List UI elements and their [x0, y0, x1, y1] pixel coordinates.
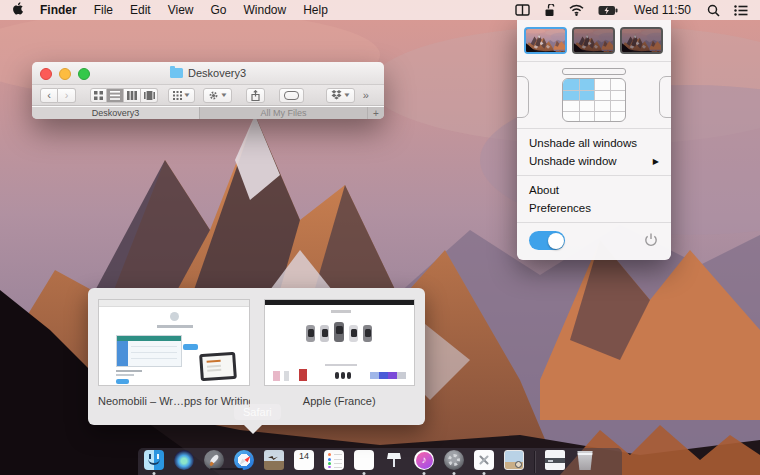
minimize-button[interactable]	[59, 68, 71, 80]
view-mode-segmented-control	[90, 88, 158, 103]
close-button[interactable]	[40, 68, 52, 80]
dock-item-photo-viewer[interactable]	[264, 450, 284, 475]
dock-item-tools[interactable]	[474, 450, 494, 475]
menu-item-window[interactable]: Window	[244, 3, 287, 17]
finder-toolbar: ‹ › ▼ ▼ ▼ »	[32, 85, 384, 106]
shade-layout-option[interactable]	[562, 68, 626, 122]
layout-previous-peek[interactable]	[517, 76, 529, 118]
apple-navbar-thumb	[265, 300, 415, 305]
spotlight-search-icon[interactable]	[707, 4, 720, 17]
reminders-icon	[324, 450, 344, 470]
menu-item-file[interactable]: File	[94, 3, 113, 17]
system-preferences-icon	[444, 450, 464, 470]
toolbar-overflow-button[interactable]: »	[363, 89, 368, 101]
dock-item-finder[interactable]	[144, 450, 164, 475]
space-thumbnail-1[interactable]	[524, 27, 567, 54]
safari-icon	[234, 450, 254, 470]
menu-item-unshade-all[interactable]: Unshade all windows	[517, 134, 671, 152]
launchpad-icon	[204, 450, 224, 470]
trash-icon	[575, 450, 595, 470]
photo-viewer-icon	[264, 450, 284, 470]
photos-icon	[354, 450, 374, 470]
quit-power-icon[interactable]	[643, 232, 659, 250]
back-button[interactable]: ‹	[40, 88, 58, 103]
calendar-icon: 14	[294, 450, 314, 470]
tablet-image-thumb	[199, 352, 237, 381]
tags-button[interactable]	[279, 88, 304, 103]
coverflow-view-button[interactable]	[141, 88, 158, 103]
dock-item-siri[interactable]	[174, 450, 194, 475]
dock-item-calendar[interactable]: 14	[294, 450, 314, 475]
tab-all-my-files[interactable]: All My Files	[200, 107, 368, 119]
menu-item-unshade-window[interactable]: Unshade window ▶	[517, 152, 671, 170]
dock-item-system-preferences[interactable]	[444, 450, 464, 475]
shade-bar-icon	[562, 68, 626, 75]
folder-icon	[170, 68, 183, 78]
share-button[interactable]	[246, 88, 265, 103]
apple-logo-icon	[12, 1, 25, 16]
dock-item-itunes[interactable]: ♪	[414, 450, 434, 475]
space-thumbnail-2[interactable]	[572, 27, 615, 54]
menu-item-view[interactable]: View	[168, 3, 194, 17]
dock-item-reminders[interactable]	[324, 450, 344, 475]
wifi-icon[interactable]	[569, 4, 584, 16]
tab-bar: Deskovery3 All My Files +	[32, 106, 384, 119]
list-view-button[interactable]	[107, 88, 124, 103]
popup-pointer-arrow	[244, 425, 262, 434]
menu-bar-clock[interactable]: Wed 11:50	[634, 3, 691, 17]
dock-item-trash[interactable]	[575, 450, 595, 475]
dock-separator	[534, 451, 535, 473]
forward-button[interactable]: ›	[58, 88, 76, 103]
apple-menu[interactable]	[12, 1, 25, 19]
layout-picker	[517, 62, 671, 128]
window-preview-apple-france[interactable]	[264, 299, 416, 386]
tag-icon	[284, 91, 299, 100]
finder-window: Deskovery3 ‹ › ▼ ▼ ▼ » Deskovery3 All My…	[32, 62, 384, 119]
icon-view-button[interactable]	[90, 88, 107, 103]
battery-charging-icon[interactable]	[598, 5, 618, 16]
new-tab-button[interactable]: +	[368, 107, 384, 119]
dock-item-keynote[interactable]	[384, 450, 404, 475]
menu-item-preferences[interactable]: Preferences	[517, 199, 671, 217]
dock: 14 ♪	[138, 448, 622, 475]
dock-item-photos[interactable]	[354, 450, 374, 475]
shade-app-panel: Unshade all windows Unshade window ▶ Abo…	[517, 20, 671, 260]
dock-item-image-capture[interactable]	[504, 450, 524, 475]
shade-grid-icon	[562, 78, 626, 122]
notification-center-icon[interactable]	[734, 5, 748, 16]
enable-toggle[interactable]	[529, 231, 565, 250]
menu-item-about[interactable]: About	[517, 181, 671, 199]
tools-app-icon	[474, 450, 494, 470]
documents-stack-icon	[545, 450, 565, 470]
keynote-icon	[384, 450, 404, 470]
window-titlebar[interactable]: Deskovery3	[32, 62, 384, 85]
zoom-button[interactable]	[78, 68, 90, 80]
preview-label-apple-france: Apple (France)	[264, 395, 416, 407]
dock-item-launchpad[interactable]	[204, 450, 224, 475]
menu-item-finder[interactable]: Finder	[40, 3, 77, 17]
tab-deskovery3[interactable]: Deskovery3	[32, 107, 200, 119]
itunes-icon: ♪	[414, 450, 434, 470]
menu-item-help[interactable]: Help	[303, 3, 328, 17]
spaces-row	[517, 20, 671, 61]
preview-label-neomobili: Neomobili – Wr…pps for Writing	[98, 395, 250, 407]
image-capture-icon	[504, 450, 524, 470]
browser-toolbar-thumb	[99, 300, 249, 307]
apple-watch-images	[265, 322, 415, 342]
action-gear-button[interactable]: ▼	[203, 88, 232, 103]
menu-bar: Finder File Edit View Go Window Help Wed…	[0, 0, 760, 20]
window-preview-neomobili[interactable]	[98, 299, 250, 386]
dropbox-button[interactable]: ▼	[326, 88, 355, 103]
shade-app-menu-icon[interactable]	[515, 4, 530, 16]
dock-item-safari[interactable]	[234, 450, 254, 475]
menu-item-go[interactable]: Go	[211, 3, 227, 17]
menu-item-edit[interactable]: Edit	[130, 3, 151, 17]
layout-next-peek[interactable]	[659, 76, 671, 118]
dock-tooltip-safari: Safari	[234, 404, 281, 420]
arrange-button[interactable]: ▼	[168, 88, 195, 103]
column-view-button[interactable]	[124, 88, 141, 103]
dock-indicator-dash	[210, 468, 243, 470]
space-thumbnail-3[interactable]	[620, 27, 663, 54]
dock-item-documents[interactable]	[545, 450, 565, 475]
unlocked-padlock-icon[interactable]	[544, 4, 555, 17]
